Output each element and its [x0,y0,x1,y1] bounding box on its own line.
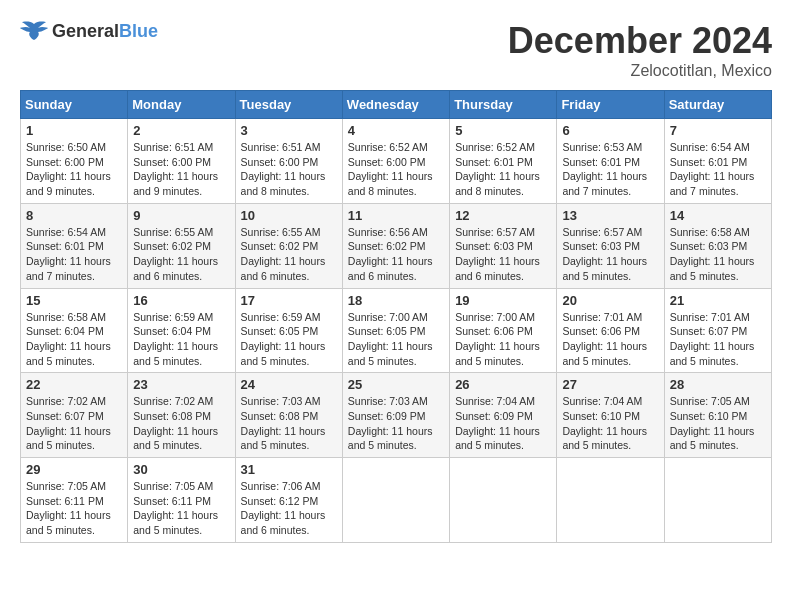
day-number: 11 [348,208,444,223]
day-info: Sunrise: 6:58 AM Sunset: 6:04 PM Dayligh… [26,310,122,369]
day-info: Sunrise: 7:04 AM Sunset: 6:09 PM Dayligh… [455,394,551,453]
day-info: Sunrise: 7:03 AM Sunset: 6:08 PM Dayligh… [241,394,337,453]
day-info: Sunrise: 6:53 AM Sunset: 6:01 PM Dayligh… [562,140,658,199]
calendar-cell-day-28: 28Sunrise: 7:05 AM Sunset: 6:10 PM Dayli… [664,373,771,458]
calendar-cell-day-14: 14Sunrise: 6:58 AM Sunset: 6:03 PM Dayli… [664,203,771,288]
calendar-cell-day-7: 7Sunrise: 6:54 AM Sunset: 6:01 PM Daylig… [664,119,771,204]
day-info: Sunrise: 7:05 AM Sunset: 6:11 PM Dayligh… [26,479,122,538]
calendar-cell-day-8: 8Sunrise: 6:54 AM Sunset: 6:01 PM Daylig… [21,203,128,288]
day-number: 15 [26,293,122,308]
calendar-cell-day-18: 18Sunrise: 7:00 AM Sunset: 6:05 PM Dayli… [342,288,449,373]
calendar-cell-day-23: 23Sunrise: 7:02 AM Sunset: 6:08 PM Dayli… [128,373,235,458]
day-info: Sunrise: 7:01 AM Sunset: 6:07 PM Dayligh… [670,310,766,369]
calendar-cell-day-12: 12Sunrise: 6:57 AM Sunset: 6:03 PM Dayli… [450,203,557,288]
day-info: Sunrise: 6:58 AM Sunset: 6:03 PM Dayligh… [670,225,766,284]
calendar-week-row: 15Sunrise: 6:58 AM Sunset: 6:04 PM Dayli… [21,288,772,373]
day-info: Sunrise: 7:02 AM Sunset: 6:07 PM Dayligh… [26,394,122,453]
logo: GeneralBlue [20,20,158,42]
day-number: 25 [348,377,444,392]
day-number: 10 [241,208,337,223]
weekday-header-tuesday: Tuesday [235,91,342,119]
calendar-cell-day-25: 25Sunrise: 7:03 AM Sunset: 6:09 PM Dayli… [342,373,449,458]
day-number: 4 [348,123,444,138]
weekday-header-thursday: Thursday [450,91,557,119]
calendar-cell-day-21: 21Sunrise: 7:01 AM Sunset: 6:07 PM Dayli… [664,288,771,373]
weekday-header-row: SundayMondayTuesdayWednesdayThursdayFrid… [21,91,772,119]
day-number: 21 [670,293,766,308]
calendar-cell-day-13: 13Sunrise: 6:57 AM Sunset: 6:03 PM Dayli… [557,203,664,288]
weekday-header-monday: Monday [128,91,235,119]
day-info: Sunrise: 6:54 AM Sunset: 6:01 PM Dayligh… [26,225,122,284]
day-number: 5 [455,123,551,138]
day-info: Sunrise: 6:56 AM Sunset: 6:02 PM Dayligh… [348,225,444,284]
calendar-cell-day-24: 24Sunrise: 7:03 AM Sunset: 6:08 PM Dayli… [235,373,342,458]
logo-bird-icon [20,20,48,42]
day-number: 31 [241,462,337,477]
day-info: Sunrise: 6:52 AM Sunset: 6:01 PM Dayligh… [455,140,551,199]
calendar-cell-day-22: 22Sunrise: 7:02 AM Sunset: 6:07 PM Dayli… [21,373,128,458]
weekday-header-friday: Friday [557,91,664,119]
month-title: December 2024 [508,20,772,62]
calendar-cell-day-16: 16Sunrise: 6:59 AM Sunset: 6:04 PM Dayli… [128,288,235,373]
empty-cell [450,458,557,543]
day-number: 19 [455,293,551,308]
day-info: Sunrise: 6:54 AM Sunset: 6:01 PM Dayligh… [670,140,766,199]
calendar-cell-day-20: 20Sunrise: 7:01 AM Sunset: 6:06 PM Dayli… [557,288,664,373]
day-info: Sunrise: 6:59 AM Sunset: 6:05 PM Dayligh… [241,310,337,369]
calendar-week-row: 1Sunrise: 6:50 AM Sunset: 6:00 PM Daylig… [21,119,772,204]
calendar-cell-day-31: 31Sunrise: 7:06 AM Sunset: 6:12 PM Dayli… [235,458,342,543]
calendar-cell-day-10: 10Sunrise: 6:55 AM Sunset: 6:02 PM Dayli… [235,203,342,288]
day-number: 9 [133,208,229,223]
day-info: Sunrise: 6:57 AM Sunset: 6:03 PM Dayligh… [455,225,551,284]
day-number: 20 [562,293,658,308]
calendar-week-row: 29Sunrise: 7:05 AM Sunset: 6:11 PM Dayli… [21,458,772,543]
calendar-table: SundayMondayTuesdayWednesdayThursdayFrid… [20,90,772,543]
day-info: Sunrise: 6:55 AM Sunset: 6:02 PM Dayligh… [133,225,229,284]
empty-cell [342,458,449,543]
day-info: Sunrise: 7:04 AM Sunset: 6:10 PM Dayligh… [562,394,658,453]
day-number: 23 [133,377,229,392]
day-info: Sunrise: 7:03 AM Sunset: 6:09 PM Dayligh… [348,394,444,453]
day-number: 24 [241,377,337,392]
title-block: December 2024 Zelocotitlan, Mexico [508,20,772,80]
calendar-cell-day-30: 30Sunrise: 7:05 AM Sunset: 6:11 PM Dayli… [128,458,235,543]
calendar-cell-day-27: 27Sunrise: 7:04 AM Sunset: 6:10 PM Dayli… [557,373,664,458]
day-info: Sunrise: 6:51 AM Sunset: 6:00 PM Dayligh… [241,140,337,199]
day-number: 1 [26,123,122,138]
weekday-header-sunday: Sunday [21,91,128,119]
day-info: Sunrise: 6:57 AM Sunset: 6:03 PM Dayligh… [562,225,658,284]
day-number: 16 [133,293,229,308]
calendar-cell-day-29: 29Sunrise: 7:05 AM Sunset: 6:11 PM Dayli… [21,458,128,543]
day-info: Sunrise: 6:59 AM Sunset: 6:04 PM Dayligh… [133,310,229,369]
logo-text: GeneralBlue [52,21,158,42]
empty-cell [664,458,771,543]
day-info: Sunrise: 7:02 AM Sunset: 6:08 PM Dayligh… [133,394,229,453]
weekday-header-wednesday: Wednesday [342,91,449,119]
calendar-cell-day-6: 6Sunrise: 6:53 AM Sunset: 6:01 PM Daylig… [557,119,664,204]
day-number: 28 [670,377,766,392]
page-header: GeneralBlue December 2024 Zelocotitlan, … [20,20,772,80]
calendar-cell-day-11: 11Sunrise: 6:56 AM Sunset: 6:02 PM Dayli… [342,203,449,288]
logo-blue: Blue [119,21,158,41]
empty-cell [557,458,664,543]
day-number: 29 [26,462,122,477]
logo-general: General [52,21,119,41]
day-info: Sunrise: 7:00 AM Sunset: 6:06 PM Dayligh… [455,310,551,369]
calendar-week-row: 22Sunrise: 7:02 AM Sunset: 6:07 PM Dayli… [21,373,772,458]
day-number: 13 [562,208,658,223]
day-number: 12 [455,208,551,223]
day-info: Sunrise: 7:05 AM Sunset: 6:10 PM Dayligh… [670,394,766,453]
day-number: 3 [241,123,337,138]
calendar-week-row: 8Sunrise: 6:54 AM Sunset: 6:01 PM Daylig… [21,203,772,288]
calendar-cell-day-19: 19Sunrise: 7:00 AM Sunset: 6:06 PM Dayli… [450,288,557,373]
day-info: Sunrise: 6:50 AM Sunset: 6:00 PM Dayligh… [26,140,122,199]
calendar-cell-day-3: 3Sunrise: 6:51 AM Sunset: 6:00 PM Daylig… [235,119,342,204]
calendar-cell-day-1: 1Sunrise: 6:50 AM Sunset: 6:00 PM Daylig… [21,119,128,204]
weekday-header-saturday: Saturday [664,91,771,119]
calendar-cell-day-5: 5Sunrise: 6:52 AM Sunset: 6:01 PM Daylig… [450,119,557,204]
calendar-cell-day-26: 26Sunrise: 7:04 AM Sunset: 6:09 PM Dayli… [450,373,557,458]
day-number: 17 [241,293,337,308]
day-info: Sunrise: 7:06 AM Sunset: 6:12 PM Dayligh… [241,479,337,538]
day-info: Sunrise: 7:05 AM Sunset: 6:11 PM Dayligh… [133,479,229,538]
day-number: 30 [133,462,229,477]
